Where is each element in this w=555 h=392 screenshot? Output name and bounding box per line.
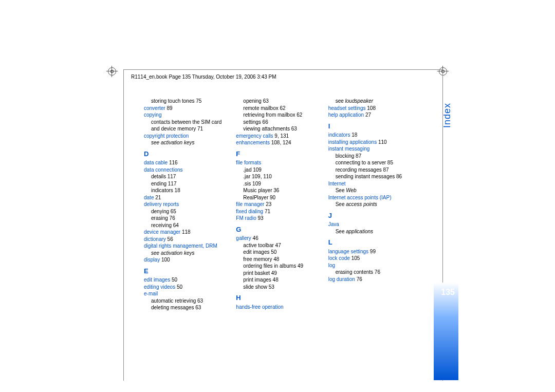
page-number: 135: [441, 288, 455, 297]
entry: copying: [144, 111, 227, 119]
letter-J: J: [328, 211, 411, 220]
entry: storing touch tones 75: [144, 98, 227, 105]
book-header: R1114_en.book Page 135 Thursday, October…: [131, 74, 276, 80]
entry: data cable 116: [144, 159, 227, 166]
entry: .sis 109: [236, 180, 319, 188]
entry: deleting messages 63: [144, 304, 227, 311]
entry: slide show 53: [236, 284, 319, 291]
entry: ordering files in albums 49: [236, 263, 319, 270]
entry: dictionary 56: [144, 236, 227, 243]
entry: blocking 87: [328, 153, 411, 160]
entry: retrieving from mailbox 62: [236, 111, 319, 119]
entry: see activation keys: [144, 250, 227, 257]
entry: connecting to a server 85: [328, 159, 411, 166]
entry: hands-free operation: [236, 304, 319, 311]
entry: recording messages 87: [328, 166, 411, 174]
entry: See access points: [328, 201, 411, 208]
entry: free memory 48: [236, 256, 319, 263]
entry: fixed dialing 71: [236, 208, 319, 215]
entry: sending instant messages 86: [328, 173, 411, 180]
letter-G: G: [236, 225, 319, 234]
side-gradient: [434, 283, 458, 380]
entry: e-mail: [144, 290, 227, 297]
letter-L: L: [328, 238, 411, 247]
entry: ending 117: [144, 180, 227, 188]
entry: erasing 76: [144, 215, 227, 222]
index-content: storing touch tones 75 converter 89 copy…: [144, 98, 411, 313]
entry: date 21: [144, 194, 227, 201]
entry: edit images 50: [236, 249, 319, 256]
entry: print images 48: [236, 276, 319, 284]
entry: active toolbar 47: [236, 242, 319, 249]
entry: edit images 50: [144, 276, 227, 284]
letter-I: I: [328, 122, 411, 131]
entry: file manager 23: [236, 201, 319, 208]
entry: editing videos 50: [144, 284, 227, 291]
entry: viewing attachments 63: [236, 125, 319, 133]
entry: remote mailbox 62: [236, 105, 319, 112]
entry: data connections: [144, 166, 227, 174]
entry: opening 63: [236, 98, 319, 105]
entry: file formats: [236, 159, 319, 166]
letter-D: D: [144, 150, 227, 159]
entry: Music player 36: [236, 187, 319, 194]
entry: gallery 46: [236, 235, 319, 242]
entry: headset settings 108: [328, 105, 411, 112]
entry: log: [328, 262, 411, 269]
entry: settings 66: [236, 119, 319, 126]
entry: language settings 99: [328, 248, 411, 255]
entry: enhancements 108, 124: [236, 139, 319, 146]
entry: Internet: [328, 180, 411, 188]
entry: See Web: [328, 187, 411, 194]
entry: erasing contents 76: [328, 269, 411, 276]
entry: denying 65: [144, 208, 227, 215]
entry: indicators 18: [328, 132, 411, 139]
entry: Java: [328, 221, 411, 228]
entry: See applications: [328, 228, 411, 235]
entry: copyright protection: [144, 133, 227, 140]
entry: display 100: [144, 256, 227, 264]
entry: digital rights management, DRM: [144, 242, 227, 250]
entry: converter 89: [144, 105, 227, 112]
entry: emergency calls 9, 131: [236, 133, 319, 140]
entry: see loudspeaker: [328, 98, 411, 105]
entry: delivery reports: [144, 201, 227, 208]
entry: Internet access points (IAP): [328, 194, 411, 201]
entry: lock code 105: [328, 255, 411, 262]
crop-mark-icon: [108, 67, 116, 76]
letter-H: H: [236, 293, 319, 303]
entry: contacts between the SIM card and device…: [144, 119, 227, 133]
entry: receiving 64: [144, 222, 227, 229]
entry: .jar 109, 110: [236, 173, 319, 180]
entry: instant messaging: [328, 145, 411, 153]
entry: help application 27: [328, 111, 411, 119]
entry: automatic retrieving 63: [144, 297, 227, 305]
entry: see activation keys: [144, 139, 227, 146]
entry: log duration 76: [328, 276, 411, 283]
entry: FM radio 93: [236, 215, 319, 222]
section-title: Index: [442, 103, 453, 128]
entry: .jad 109: [236, 166, 319, 174]
entry: indicators 18: [144, 187, 227, 194]
entry: device manager 118: [144, 229, 227, 236]
entry: details 117: [144, 173, 227, 180]
entry: print basket 49: [236, 270, 319, 277]
entry: RealPlayer 90: [236, 194, 319, 201]
entry: installing applications 110: [328, 139, 411, 146]
letter-E: E: [144, 267, 227, 276]
letter-F: F: [236, 150, 319, 159]
